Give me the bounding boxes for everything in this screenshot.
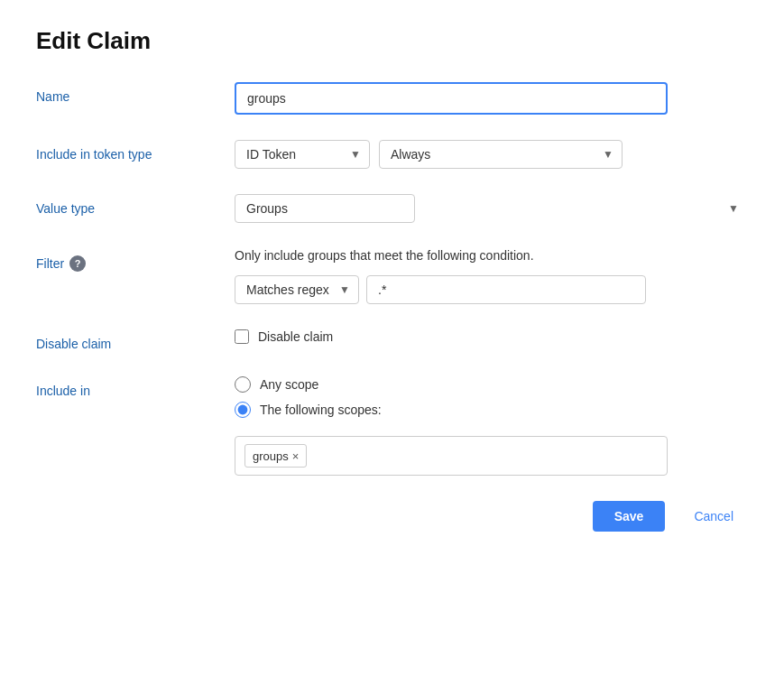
any-scope-radio[interactable]	[235, 376, 251, 393]
include-in-token-type-label: Include in token type	[36, 140, 235, 162]
any-scope-label: Any scope	[260, 377, 318, 392]
filter-label: Filter	[36, 256, 64, 271]
name-row: Name	[36, 82, 748, 115]
frequency-select[interactable]: Always Never On request	[379, 140, 623, 169]
token-type-selects: ID Token Access Token Both ▼ Always Neve…	[235, 140, 748, 169]
filter-condition-select-wrapper: Matches regex Starts with Ends with ▼	[235, 275, 359, 304]
include-in-row: Include in Any scope The following scope…	[36, 376, 748, 476]
save-button[interactable]: Save	[593, 501, 666, 532]
following-scopes-radio[interactable]	[235, 402, 251, 418]
disable-claim-row: Disable claim Disable claim	[36, 329, 748, 351]
value-type-row: Value type Groups Realm roles Client rol…	[36, 194, 748, 223]
include-in-token-type-row: Include in token type ID Token Access To…	[36, 140, 748, 169]
filter-inputs-row: Matches regex Starts with Ends with ▼	[235, 275, 748, 304]
scope-tag-label: groups	[253, 449, 289, 463]
filter-label-area: Filter ?	[36, 248, 235, 272]
filter-value-input[interactable]	[366, 275, 646, 304]
frequency-select-wrapper: Always Never On request ▼	[379, 140, 623, 169]
token-type-select[interactable]: ID Token Access Token Both	[235, 140, 370, 169]
disable-claim-checkbox-row: Disable claim	[235, 329, 748, 344]
token-type-control-area: ID Token Access Token Both ▼ Always Neve…	[235, 140, 748, 169]
following-scopes-radio-row: The following scopes:	[235, 402, 748, 418]
filter-condition-select[interactable]: Matches regex Starts with Ends with	[235, 275, 359, 304]
token-type-select-wrapper: ID Token Access Token Both ▼	[235, 140, 370, 169]
action-buttons: Save Cancel	[36, 501, 748, 532]
disable-claim-label: Disable claim	[36, 329, 235, 351]
value-type-chevron-icon: ▼	[728, 202, 739, 215]
name-input[interactable]	[235, 82, 668, 115]
disable-claim-checkbox[interactable]	[235, 329, 249, 344]
page-title: Edit Claim	[36, 27, 748, 55]
scope-tag-remove-icon[interactable]: ×	[292, 450, 300, 462]
filter-help-icon[interactable]: ?	[69, 255, 86, 272]
scope-tags-box[interactable]: groups ×	[235, 436, 668, 476]
include-in-label: Include in	[36, 376, 235, 398]
scope-tag-groups: groups ×	[244, 444, 307, 468]
name-label: Name	[36, 82, 235, 104]
value-type-label: Value type	[36, 194, 235, 216]
value-type-control-area: Groups Realm roles Client roles ▼	[235, 194, 748, 223]
filter-description: Only include groups that meet the follow…	[235, 248, 748, 263]
disable-claim-checkbox-label: Disable claim	[258, 329, 333, 344]
following-scopes-label: The following scopes:	[260, 403, 382, 417]
include-in-control-area: Any scope The following scopes: groups ×	[235, 376, 748, 476]
name-control-area	[235, 82, 748, 115]
filter-control-area: Only include groups that meet the follow…	[235, 248, 748, 304]
cancel-button[interactable]: Cancel	[679, 501, 748, 532]
include-in-radio-group: Any scope The following scopes:	[235, 376, 748, 418]
value-type-select[interactable]: Groups Realm roles Client roles	[235, 194, 415, 223]
filter-row: Filter ? Only include groups that meet t…	[36, 248, 748, 304]
value-type-select-wrapper: Groups Realm roles Client roles ▼	[235, 194, 748, 223]
any-scope-radio-row: Any scope	[235, 376, 748, 393]
disable-claim-control-area: Disable claim	[235, 329, 748, 344]
